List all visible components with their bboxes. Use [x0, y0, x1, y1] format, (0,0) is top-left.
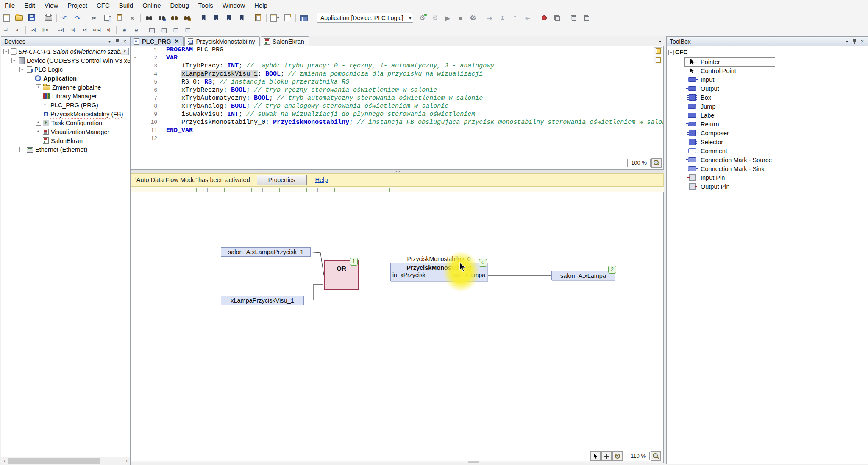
collapse-icon[interactable]: −: [11, 58, 17, 63]
tree-item-plc-logic[interactable]: −PLC Logic: [1, 65, 130, 74]
paste-icon[interactable]: [114, 12, 125, 23]
login-icon[interactable]: ⚙: [416, 12, 428, 23]
code-line[interactable]: 9 iSuwakVisu: INT; // suwak na wizualzia…: [131, 110, 663, 118]
step-out-icon[interactable]: ↥: [509, 12, 521, 23]
tree-item-plc-prg-prg[interactable]: PLC_PRG (PRG): [1, 101, 130, 109]
delete-icon[interactable]: ×: [126, 12, 138, 23]
set-modifier-icon[interactable]: S|: [67, 25, 78, 35]
fold-icon[interactable]: −: [133, 56, 138, 61]
code-line[interactable]: 7 xTrybAutomatyczny: BOOL; // tryb autom…: [131, 94, 663, 102]
collapse-icon[interactable]: −: [668, 50, 674, 55]
code-line[interactable]: 8 xTrybAnalog: BOOL; // tryb analogowy s…: [131, 102, 663, 110]
scroll-right-icon[interactable]: ›: [123, 459, 130, 463]
reference-modifier-icon[interactable]: REF|: [91, 25, 102, 35]
toolbox-item-output[interactable]: Output: [667, 84, 868, 93]
editor-splitter[interactable]: ▲▲: [131, 170, 664, 173]
toolbox-item-pointer[interactable]: Pointer: [667, 57, 868, 66]
bookmark-previous-icon[interactable]: [223, 12, 235, 23]
tree-item-sh-cfc-p1-salon-o-wietleniem-szablon[interactable]: −SH-CFC-P1 Salon oświetleniem szablon▼: [1, 47, 130, 56]
code-line[interactable]: 12: [131, 134, 663, 143]
open-project-icon[interactable]: [13, 12, 25, 23]
toolbox-item-input-pin[interactable]: Input Pin: [667, 173, 868, 182]
code-line[interactable]: 6 xTrybReczny: BOOL; // tryb ręczny ster…: [131, 86, 663, 94]
object-properties-icon[interactable]: [281, 12, 293, 23]
toolbox-item-jump[interactable]: Jump: [667, 102, 868, 111]
find-in-project-icon[interactable]: [168, 12, 180, 23]
toolbox-item-connection-mark-source[interactable]: Connection Mark - Source: [667, 155, 868, 164]
new-object-icon[interactable]: ▾: [269, 12, 281, 23]
menu-help[interactable]: Help: [250, 0, 272, 11]
negate-icon[interactable]: -o|: [28, 25, 39, 35]
fb-instance-label[interactable]: PrzyciskMonostabilny_0: [390, 255, 487, 262]
toolbox-item-box[interactable]: Box: [667, 93, 868, 102]
tree-item-application[interactable]: −Application: [1, 74, 130, 83]
declaration-editor[interactable]: 1PROGRAM PLC_PRG−2VAR3 iTrybPracy: INT; …: [131, 46, 664, 170]
tree-item-device-codesys-control-win-v3-x64[interactable]: −Device (CODESYS Control Win V3 x64): [1, 56, 130, 65]
collapse-icon[interactable]: −: [28, 76, 33, 81]
fb-input-pin[interactable]: in_xPrzycisk: [392, 272, 426, 278]
toolbox-item-composer[interactable]: Composer: [667, 129, 868, 137]
menu-build[interactable]: Build: [114, 0, 138, 11]
replace-in-project-icon[interactable]: [181, 12, 193, 23]
close-icon[interactable]: ×: [859, 38, 866, 45]
pin-icon[interactable]: [114, 38, 121, 45]
cfc-fb-block[interactable]: PrzyciskMonostabilny in_xPrzycisk out_xL…: [390, 263, 487, 281]
doc-bookmark-icon[interactable]: [654, 47, 662, 55]
toolbox-item-comment[interactable]: Comment: [667, 146, 868, 155]
fb-output-pin[interactable]: out_xLampa: [453, 272, 485, 278]
scroll-left-icon[interactable]: ‹: [1, 459, 8, 463]
redo-icon[interactable]: ↷: [72, 12, 83, 23]
auto-connect-icon[interactable]: ⌐┘: [0, 25, 11, 35]
step-into-icon[interactable]: ↧: [496, 12, 508, 23]
bring-to-front-icon[interactable]: [182, 25, 193, 35]
breakpoint-list-icon[interactable]: [551, 12, 563, 23]
en-eno-icon[interactable]: -E: [12, 25, 23, 35]
close-tab-icon[interactable]: ✕: [175, 38, 179, 45]
tree-item-library-manager[interactable]: Library Manager: [1, 92, 130, 101]
code-line[interactable]: 10 PrzyciskMonostabilny_0: PrzyciskMonos…: [131, 118, 663, 126]
menu-edit[interactable]: Edit: [19, 0, 40, 11]
add-input-pin-icon[interactable]: ⊞: [119, 25, 130, 35]
tab-list-dropdown-icon[interactable]: ▾: [659, 39, 661, 44]
code-line[interactable]: 3 iTrybPracy: INT; // wybór trybu pracy:…: [131, 62, 663, 70]
zoom-tool-button[interactable]: [612, 451, 623, 461]
menu-window[interactable]: Window: [218, 0, 250, 11]
none-modifier-icon[interactable]: ⌐X|: [56, 25, 67, 35]
print-icon[interactable]: [42, 12, 54, 23]
cfc-zoom-icon[interactable]: [651, 451, 661, 461]
scrollbar-thumb[interactable]: [468, 461, 479, 463]
toggle-breakpoint-icon[interactable]: [538, 12, 550, 23]
en-pin-icon[interactable]: |EN: [40, 25, 51, 35]
logout-icon[interactable]: ⚙: [429, 12, 441, 23]
toolbox-item-connection-mark-sink[interactable]: Connection Mark - Sink: [667, 164, 868, 173]
collapse-icon[interactable]: −: [3, 49, 9, 54]
expand-icon[interactable]: +: [19, 147, 25, 152]
select-tool-button[interactable]: [590, 451, 601, 461]
tree-item-ethernet-ethernet[interactable]: +Ethernet (Ethernet): [1, 145, 130, 154]
application-selector[interactable]: Application [Device: PLC Logic]▾: [317, 13, 413, 23]
menu-online[interactable]: Online: [138, 0, 165, 11]
expand-icon[interactable]: +: [36, 84, 41, 90]
toolbox-item-input[interactable]: Input: [667, 75, 868, 84]
build-icon[interactable]: [298, 12, 310, 23]
reset-modifier-icon[interactable]: R|: [79, 25, 90, 35]
collapse-icon[interactable]: −: [19, 67, 25, 72]
start-icon[interactable]: ▶: [442, 12, 453, 23]
menu-tools[interactable]: Tools: [194, 0, 218, 11]
remove-pin-icon[interactable]: ⊟: [131, 25, 142, 35]
copy-icon[interactable]: [101, 12, 113, 23]
tab-salonekran[interactable]: SalonEkran: [261, 36, 309, 46]
toolbox-group-cfc[interactable]: − CFC: [667, 48, 868, 57]
toolbox-item-label[interactable]: Label: [667, 111, 868, 120]
menu-view[interactable]: View: [40, 0, 63, 11]
step-over-icon[interactable]: ⇥: [484, 12, 495, 23]
bookmark-clear-icon[interactable]: [236, 12, 248, 23]
code-line[interactable]: 11END_VAR: [131, 126, 663, 134]
code-line[interactable]: 1PROGRAM PLC_PRG: [131, 46, 663, 54]
tree-item-task-configuration[interactable]: +Task Configuration: [1, 118, 130, 127]
menu-file[interactable]: File: [0, 0, 19, 11]
single-cycle-icon[interactable]: [467, 12, 479, 23]
expand-icon[interactable]: +: [36, 120, 41, 126]
run-to-cursor-icon[interactable]: ⇤: [522, 12, 534, 23]
expand-icon[interactable]: +: [36, 129, 41, 134]
